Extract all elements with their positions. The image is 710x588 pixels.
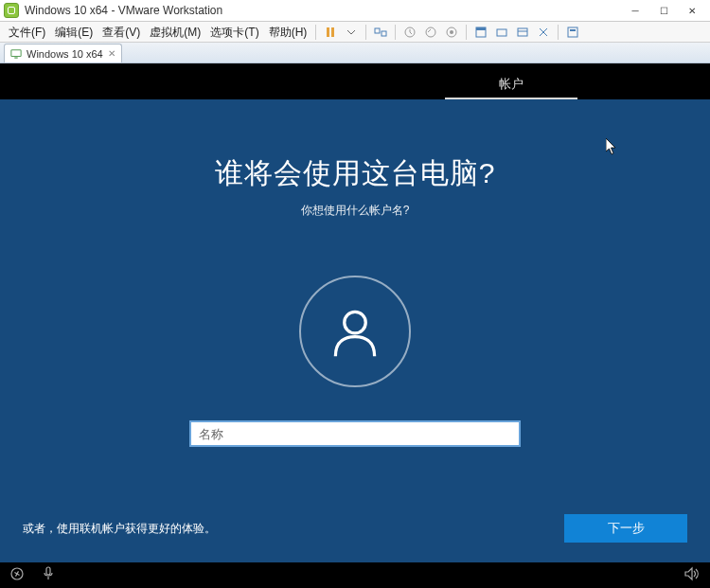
separator [315, 25, 316, 40]
snapshot-icon[interactable] [402, 25, 417, 40]
snapshot-revert-icon[interactable] [423, 25, 438, 40]
window-title: Windows 10 x64 - VMware Workstation [25, 4, 621, 17]
next-button[interactable]: 下一步 [564, 514, 687, 543]
menubar: 文件(F) 编辑(E) 查看(V) 虚拟机(M) 选项卡(T) 帮助(H) [0, 22, 710, 43]
tab-strip: Windows 10 x64 ✕ [0, 43, 710, 63]
vm-statusbar [0, 562, 710, 588]
oobe-footer: 或者，使用联机帐户获得更好的体验。 下一步 [0, 506, 710, 562]
svg-point-7 [450, 30, 453, 34]
snapshot-manage-icon[interactable] [444, 25, 459, 40]
unity-icon[interactable] [494, 25, 509, 40]
separator [365, 25, 366, 40]
tab-label: Windows 10 x64 [27, 48, 103, 60]
person-icon [327, 303, 383, 360]
svg-rect-2 [375, 28, 380, 33]
separator [558, 25, 559, 40]
menu-tabs[interactable]: 选项卡(T) [205, 22, 263, 43]
pause-icon[interactable] [323, 25, 338, 40]
window-controls: ─ ☐ ✕ [621, 0, 706, 21]
library-icon[interactable] [565, 25, 580, 40]
svg-rect-13 [568, 27, 577, 37]
oobe-tab-account[interactable]: 帐户 [445, 71, 577, 99]
separator [395, 25, 396, 40]
maximize-button[interactable]: ☐ [649, 0, 678, 21]
svg-rect-14 [570, 29, 576, 31]
console-view-icon[interactable] [515, 25, 530, 40]
dropdown-icon[interactable] [344, 25, 359, 40]
oobe-body: 谁将会使用这台电脑? 你想使用什么帐户名? [0, 99, 710, 506]
menu-help[interactable]: 帮助(H) [264, 22, 312, 43]
window-titlebar: Windows 10 x64 - VMware Workstation ─ ☐ … [0, 0, 710, 22]
stretch-icon[interactable] [536, 25, 551, 40]
minimize-button[interactable]: ─ [621, 0, 649, 21]
oobe-screen: 帐户 谁将会使用这台电脑? 你想使用什么帐户名? 或者，使用联机帐户获得更好的体… [0, 71, 710, 562]
volume-icon[interactable] [683, 566, 701, 584]
fullscreen-icon[interactable] [473, 25, 488, 40]
svg-rect-3 [382, 31, 386, 36]
svg-rect-1 [331, 27, 334, 37]
svg-rect-19 [46, 567, 50, 575]
oobe-topbar: 帐户 [0, 71, 710, 99]
svg-rect-0 [327, 27, 329, 37]
avatar-placeholder [299, 276, 411, 387]
vm-display: 帐户 谁将会使用这台电脑? 你想使用什么帐户名? 或者，使用联机帐户获得更好的体… [0, 63, 710, 588]
tab-close-icon[interactable]: ✕ [108, 48, 115, 59]
close-button[interactable]: ✕ [678, 0, 706, 21]
ease-of-access-icon[interactable] [9, 566, 25, 584]
page-subheading: 你想使用什么帐户名? [301, 203, 410, 219]
oobe-tab-label: 帐户 [499, 76, 524, 95]
menu-view[interactable]: 查看(V) [98, 22, 145, 43]
svg-rect-15 [11, 49, 21, 56]
menu-vm[interactable]: 虚拟机(M) [145, 22, 205, 43]
vmware-app-icon [4, 3, 19, 18]
svg-rect-11 [518, 28, 527, 36]
online-account-link[interactable]: 或者，使用联机帐户获得更好的体验。 [23, 521, 216, 537]
microphone-icon[interactable] [42, 566, 55, 584]
menu-file[interactable]: 文件(F) [4, 22, 50, 43]
page-heading: 谁将会使用这台电脑? [215, 154, 496, 193]
svg-rect-9 [476, 27, 486, 30]
svg-point-17 [345, 312, 366, 333]
svg-rect-16 [14, 57, 17, 58]
name-input[interactable] [189, 420, 521, 447]
separator [466, 25, 467, 40]
send-ctrl-alt-del-icon[interactable] [373, 25, 388, 40]
vm-tab[interactable]: Windows 10 x64 ✕ [4, 44, 122, 62]
menu-edit[interactable]: 编辑(E) [50, 22, 98, 43]
monitor-icon [10, 48, 22, 60]
svg-point-5 [426, 27, 435, 37]
svg-rect-10 [497, 29, 506, 36]
